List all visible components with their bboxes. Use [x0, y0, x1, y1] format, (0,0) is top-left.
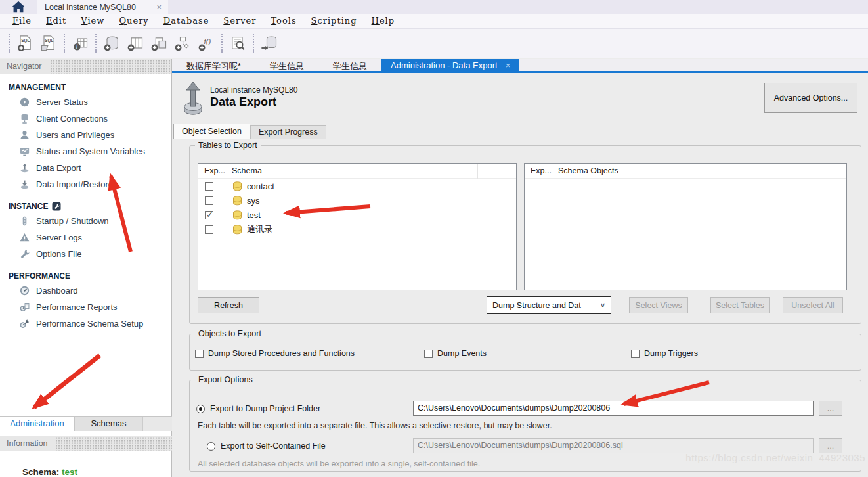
sidebar-item-startup-shutdown[interactable]: Startup / Shutdown	[0, 213, 171, 229]
navigator-panel-header: Navigator	[0, 59, 171, 74]
column-schema[interactable]: Schema	[227, 164, 478, 179]
menu-tools[interactable]: Tools	[263, 14, 303, 28]
menu-view[interactable]: View	[74, 14, 112, 28]
select-views-button[interactable]: Select Views	[629, 297, 688, 313]
schema-value: test	[62, 467, 77, 477]
export-folder-radio[interactable]	[196, 405, 205, 413]
schema-name: test	[247, 210, 261, 220]
open-sql-script-button[interactable]: SQL	[37, 32, 60, 55]
menu-edit[interactable]: Edit	[39, 14, 74, 28]
dump-triggers-checkbox[interactable]	[631, 350, 640, 358]
export-file-radio[interactable]	[207, 442, 215, 451]
create-procedure-button[interactable]	[171, 32, 194, 55]
data-export-header: Local instance MySQL80 Data Export Advan…	[172, 75, 868, 124]
schema-row-test[interactable]: test	[198, 208, 516, 222]
warning-triangle-icon	[19, 233, 30, 242]
dump-type-value: Dump Structure and Dat	[492, 301, 581, 310]
home-button[interactable]	[0, 0, 37, 14]
sidebar-item-performance-schema-setup[interactable]: Performance Schema Setup	[0, 315, 171, 332]
new-sql-tab-button[interactable]: SQL	[13, 32, 37, 55]
export-folder-option[interactable]: Export to Dump Project Folder	[196, 401, 320, 417]
section-instance: INSTANCE	[9, 202, 171, 211]
export-file-option[interactable]: Export to Self-Contained File	[207, 438, 326, 454]
section-instance-label: INSTANCE	[9, 202, 48, 211]
group-label: Tables to Export	[195, 141, 261, 150]
menu-file[interactable]: File	[5, 14, 39, 28]
navigator-sidebar: Navigator MANAGEMENT Server Status Clien…	[0, 59, 172, 477]
schema-row-sys[interactable]: sys	[198, 193, 516, 208]
tab-administration[interactable]: Administration	[0, 417, 75, 431]
browse-folder-button[interactable]: ...	[819, 401, 842, 416]
sidebar-item-server-status[interactable]: Server Status	[0, 94, 171, 110]
data-export-big-icon	[180, 80, 206, 118]
tab-administration-data-export[interactable]: Administration - Data Export ×	[381, 59, 519, 71]
svg-text:i: i	[76, 44, 77, 50]
sidebar-item-server-logs[interactable]: Server Logs	[0, 229, 171, 246]
dump-stored-procedures-option[interactable]: Dump Stored Procedures and Functions	[195, 349, 355, 358]
navigator-title: Navigator	[0, 59, 49, 74]
sidebar-item-label: Server Status	[36, 97, 88, 107]
new-procedure-icon	[173, 34, 192, 53]
dump-events-checkbox[interactable]	[424, 350, 433, 358]
column-export[interactable]: Exp...	[525, 164, 553, 178]
tab-student-info-1[interactable]: 学生信息	[255, 59, 318, 71]
chevron-down-icon: ∨	[600, 301, 605, 309]
create-schema-button[interactable]	[100, 32, 123, 55]
information-panel-header: Information	[0, 436, 172, 451]
menu-server[interactable]: Server	[216, 14, 263, 28]
sidebar-item-dashboard[interactable]: Dashboard	[0, 283, 171, 299]
create-view-button[interactable]	[147, 32, 171, 55]
header-subtitle: Local instance MySQL80	[210, 85, 297, 95]
sidebar-item-status-system-variables[interactable]: Status and System Variables	[0, 143, 171, 160]
sidebar-item-client-connections[interactable]: Client Connections	[0, 110, 171, 127]
select-tables-button[interactable]: Select Tables	[710, 297, 770, 313]
section-management: MANAGEMENT	[9, 83, 171, 92]
tab-database-study[interactable]: 数据库学习呢*	[172, 59, 255, 71]
dump-triggers-option[interactable]: Dump Triggers	[631, 349, 698, 358]
tab-object-selection[interactable]: Object Selection	[173, 124, 250, 139]
column-export[interactable]: Exp...	[198, 164, 227, 178]
sidebar-item-data-import[interactable]: Data Import/Restore	[0, 176, 171, 193]
menu-query[interactable]: Query	[112, 14, 156, 28]
schema-export-checkbox[interactable]	[205, 196, 213, 205]
sidebar-item-options-file[interactable]: Options File	[0, 246, 171, 262]
tab-schemas[interactable]: Schemas	[75, 417, 143, 431]
export-folder-path-input[interactable]: C:\Users\Lenovo\Documents\dumps\Dump2020…	[413, 401, 814, 416]
tab-export-progress[interactable]: Export Progress	[250, 125, 326, 139]
export-file-path-input[interactable]: C:\Users\Lenovo\Documents\dumps\Dump2020…	[413, 438, 814, 453]
menu-scripting[interactable]: Scripting	[304, 14, 364, 28]
checkbox-label: Dump Triggers	[644, 349, 698, 358]
reconnect-dbms-button[interactable]	[257, 32, 281, 55]
connection-tab-close-icon[interactable]: ×	[156, 2, 162, 12]
instance-wrench-badge-icon	[52, 202, 61, 211]
dump-stored-procedures-checkbox[interactable]	[195, 350, 204, 358]
refresh-button[interactable]: Refresh	[198, 297, 259, 313]
sidebar-item-data-export[interactable]: Data Export	[0, 160, 171, 176]
sidebar-item-users-privileges[interactable]: Users and Privileges	[0, 127, 171, 143]
menu-help[interactable]: Help	[364, 14, 402, 28]
dump-events-option[interactable]: Dump Events	[424, 349, 487, 358]
tab-student-info-2[interactable]: 学生信息	[318, 59, 381, 71]
connection-tab[interactable]: Local instance MySQL80 ×	[37, 0, 168, 14]
inspector-button[interactable]: i	[68, 32, 92, 55]
new-view-icon	[150, 34, 168, 53]
create-table-button[interactable]	[123, 32, 147, 55]
schema-export-checkbox[interactable]	[205, 225, 213, 234]
schema-row-contacts-cn[interactable]: 通讯录	[198, 222, 516, 237]
unselect-all-button[interactable]: Unselect All	[783, 297, 843, 313]
column-schema-objects[interactable]: Schema Objects	[553, 164, 808, 179]
schema-export-checkbox[interactable]	[205, 182, 213, 191]
sidebar-item-label: Startup / Shutdown	[36, 216, 109, 226]
tab-close-icon[interactable]: ×	[506, 58, 511, 72]
browse-file-button[interactable]: ...	[819, 438, 842, 453]
advanced-options-button[interactable]: Advanced Options...	[764, 83, 857, 113]
schema-export-checkbox[interactable]	[205, 211, 213, 219]
create-function-button[interactable]: f()	[194, 32, 218, 55]
search-objects-button[interactable]	[226, 32, 250, 55]
dump-type-dropdown[interactable]: Dump Structure and Dat ∨	[487, 296, 611, 314]
sidebar-item-performance-reports[interactable]: Performance Reports	[0, 299, 171, 315]
menu-database[interactable]: Database	[156, 14, 217, 28]
schema-row-contact[interactable]: contact	[198, 179, 516, 193]
svg-text:f(): f()	[204, 37, 211, 45]
database-icon	[232, 196, 242, 206]
